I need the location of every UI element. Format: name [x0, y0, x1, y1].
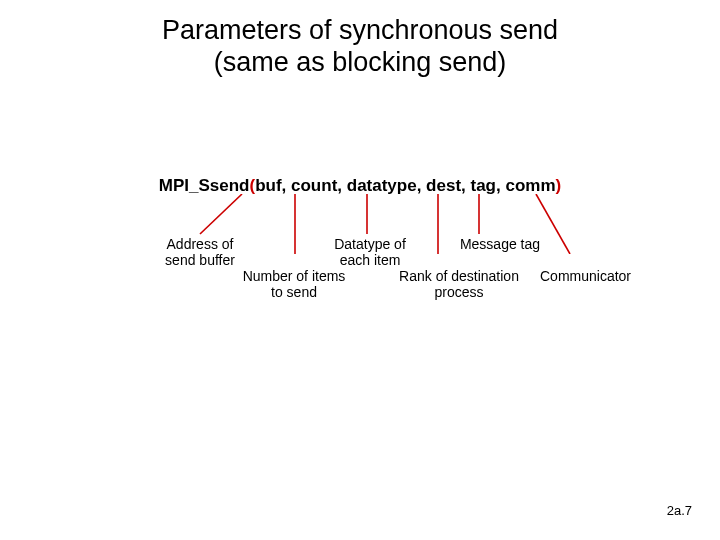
- title-line2: (same as blocking send): [214, 47, 507, 77]
- fn-name: MPI_Ssend: [159, 176, 250, 195]
- fn-args: buf, count, datatype, dest, tag, comm: [255, 176, 555, 195]
- function-signature: MPI_Ssend(buf, count, datatype, dest, ta…: [0, 176, 720, 196]
- label-dest: Rank of destination process: [374, 268, 544, 300]
- slide-title: Parameters of synchronous send (same as …: [0, 14, 720, 79]
- label-comm: Communicator: [540, 268, 670, 284]
- label-buf: Address of send buffer: [130, 236, 270, 268]
- label-tag: Message tag: [440, 236, 560, 252]
- label-count: Number of items to send: [214, 268, 374, 300]
- label-datatype: Datatype of each item: [310, 236, 430, 268]
- title-line1: Parameters of synchronous send: [162, 15, 558, 45]
- svg-line-0: [200, 194, 242, 234]
- page-number: 2a.7: [667, 503, 692, 518]
- paren-close: ): [556, 176, 562, 195]
